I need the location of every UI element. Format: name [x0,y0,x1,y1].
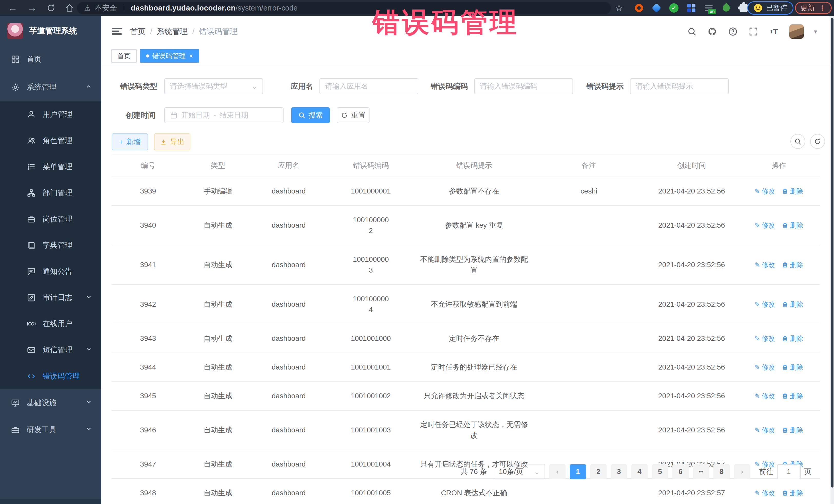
edit-link[interactable]: ✎修改 [754,391,775,401]
sidebar-item-dictionary[interactable]: 字典管理 [0,232,101,258]
browser-forward-icon[interactable]: → [27,0,37,16]
sidebar-item-posts[interactable]: 岗位管理 [0,206,101,232]
cell-type: 自动生成 [184,211,251,239]
sidebar-item-dev-tools[interactable]: 研发工具 [0,416,101,443]
error-code-input[interactable] [480,82,567,90]
cell-created: 2021-04-20 23:52:56 [645,382,738,410]
delete-link[interactable]: 删除 [782,260,803,270]
cell-app: dashboard [251,211,326,239]
edit-link[interactable]: ✎修改 [754,260,775,270]
edit-link[interactable]: ✎修改 [754,186,775,196]
cell-type: 自动生成 [184,290,251,319]
sidebar-item-notices[interactable]: 通知公告 [0,258,101,285]
goto-page-input[interactable] [777,464,800,479]
extension-leaf-icon[interactable] [721,3,731,13]
page-button[interactable]: 6 [672,464,689,479]
page-button[interactable]: 8 [714,464,730,479]
text-size-icon[interactable]: TT [769,26,779,37]
tab-error-codes[interactable]: 错误码管理 × [140,49,199,63]
sidebar-item-error-codes[interactable]: 错误码管理 [0,363,101,389]
date-range-picker[interactable]: 开始日期 - 结束日期 [164,107,284,123]
extension-ring-icon[interactable] [634,3,644,13]
page-button[interactable]: 4 [631,464,648,479]
pencil-icon: ✎ [754,186,760,196]
cell-app: dashboard [251,353,326,381]
app-name-field[interactable] [320,78,418,94]
reset-button[interactable]: 重置 [337,107,370,123]
cell-hint: 只允许修改为开启或者关闭状态 [416,382,532,410]
tab-home[interactable]: 首页 [111,49,137,63]
export-button[interactable]: 导出 [154,133,191,150]
extension-gem-icon[interactable] [651,3,662,13]
cell-remark [532,330,645,347]
search-button[interactable]: 搜索 [291,107,330,123]
delete-link[interactable]: 删除 [782,391,803,401]
extension-grid-icon[interactable] [686,3,697,13]
extension-list-icon[interactable]: on [704,3,714,13]
next-page-button[interactable]: › [734,464,750,479]
scrollbar-thumb[interactable] [831,18,833,487]
breadcrumb-system[interactable]: 系统管理 [157,26,188,37]
page-button[interactable]: 1 [570,464,586,479]
extension-check-icon[interactable]: ✓ [669,3,679,13]
avatar[interactable] [789,24,804,39]
error-hint-field[interactable] [630,78,729,94]
edit-link[interactable]: ✎修改 [754,220,775,231]
bookmark-star-icon[interactable]: ☆ [615,0,623,16]
app-logo-row[interactable]: 芋道管理系统 [0,16,101,45]
delete-link[interactable]: 删除 [782,425,803,435]
edit-link[interactable]: ✎修改 [754,334,775,344]
close-icon[interactable]: × [189,52,193,59]
sidebar-item-users[interactable]: 用户管理 [0,101,101,128]
hamburger-icon[interactable] [112,26,123,37]
add-button[interactable]: + 新增 [112,133,148,150]
profile-paused-badge[interactable]: 已暂停 [747,1,793,15]
column-header-id: 编号 [112,154,184,177]
delete-link[interactable]: 删除 [782,488,803,498]
breadcrumb-home[interactable]: 首页 [130,26,146,37]
app-name-input[interactable] [325,82,413,90]
help-icon[interactable] [728,26,738,37]
search-icon[interactable] [687,26,697,37]
cell-code: 1001001005 [326,479,416,504]
browser-update-button[interactable]: 更新 ⋮ [795,2,832,14]
prev-page-button[interactable]: ‹ [549,464,566,479]
show-search-button[interactable] [790,134,805,149]
delete-link[interactable]: 删除 [782,300,803,309]
sidebar-item-system[interactable]: 系统管理 [0,73,101,101]
sidebar-item-infrastructure[interactable]: 基础设施 [0,389,101,416]
error-code-field[interactable] [474,78,573,94]
browser-home-icon[interactable] [65,4,74,12]
browser-back-icon[interactable]: ← [8,0,18,16]
browser-menu-dots-icon[interactable]: ⋮ [819,4,826,12]
sidebar-item-home[interactable]: 首页 [0,45,101,73]
fullscreen-icon[interactable] [748,26,759,37]
github-icon[interactable] [707,26,718,37]
sidebar-item-departments[interactable]: 部门管理 [0,180,101,206]
delete-link[interactable]: 删除 [782,220,803,231]
page-size-select[interactable]: 10条/页 ⌄ [494,464,545,479]
edit-link[interactable]: ✎修改 [754,488,775,498]
error-type-select[interactable]: 请选择错误码类型 ⌄ [164,78,263,94]
page-button[interactable]: 5 [652,464,668,479]
refresh-table-button[interactable] [810,134,825,149]
delete-link[interactable]: 删除 [782,186,803,196]
browser-address-bar[interactable]: ⚠ 不安全 dashboard.yudao.iocoder.cn/system/… [77,2,611,14]
error-hint-input[interactable] [636,82,723,90]
page-button[interactable]: 2 [590,464,607,479]
browser-reload-icon[interactable] [47,4,56,12]
sidebar-item-roles[interactable]: 角色管理 [0,128,101,154]
delete-link[interactable]: 删除 [782,363,803,372]
page-button[interactable]: 3 [611,464,627,479]
caret-down-icon[interactable]: ▾ [814,28,817,35]
cell-id: 3941 [112,251,184,279]
edit-link[interactable]: ✎修改 [754,363,775,372]
sidebar-item-online-users[interactable]: 在线用户 [0,311,101,337]
sidebar-item-menus[interactable]: 菜单管理 [0,154,101,180]
sidebar-item-sms[interactable]: 短信管理 [0,337,101,363]
edit-link[interactable]: ✎修改 [754,300,775,309]
more-pages-button[interactable]: ••• [693,464,709,479]
edit-link[interactable]: ✎修改 [754,425,775,435]
sidebar-item-audit-log[interactable]: 审计日志 [0,285,101,311]
delete-link[interactable]: 删除 [782,334,803,344]
